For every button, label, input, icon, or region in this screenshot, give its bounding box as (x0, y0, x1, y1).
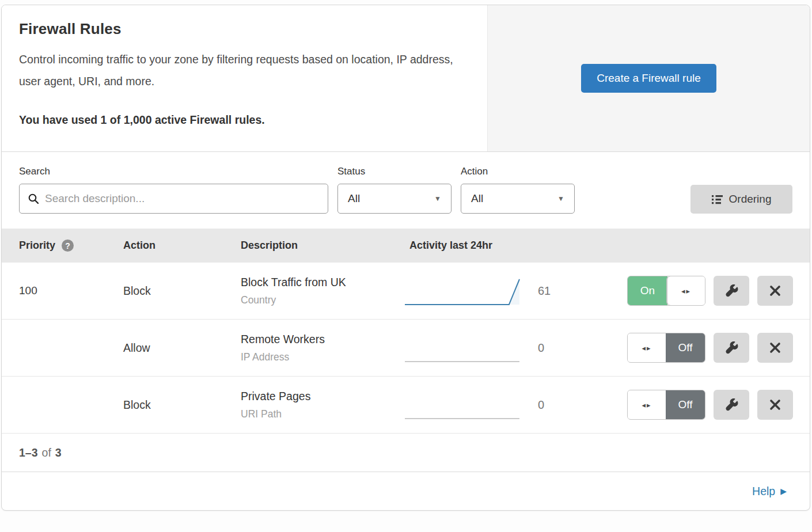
column-header-description: Description (241, 240, 404, 252)
activity-sparkline (404, 333, 525, 363)
rule-description: Block Traffic from UK Country (241, 276, 404, 306)
toggle-drag-icon: ◂▸ (667, 276, 705, 305)
footer-bar: Help ▶ (2, 472, 810, 510)
column-header-activity: Activity last 24hr (404, 240, 525, 252)
activity-count: 61 (525, 284, 627, 298)
pagination-total: 3 (55, 446, 62, 459)
rule-action: Block (123, 284, 241, 298)
header-action-panel: Create a Firewall rule (487, 5, 810, 151)
delete-rule-button[interactable] (757, 390, 793, 420)
delete-rule-button[interactable] (757, 276, 793, 306)
help-link[interactable]: Help ▶ (752, 485, 787, 498)
rule-controls: On ◂▸ (627, 276, 810, 306)
rule-title: Block Traffic from UK (241, 276, 404, 289)
column-header-priority: Priority ? (2, 240, 123, 252)
page-description: Control incoming traffic to your zone by… (19, 48, 462, 92)
rule-title: Private Pages (241, 390, 404, 403)
action-select[interactable]: All ▼ (461, 184, 575, 214)
action-label: Action (461, 166, 575, 177)
search-filter-group: Search (19, 166, 328, 214)
header-text-panel: Firewall Rules Control incoming traffic … (2, 5, 487, 151)
rule-type: Country (241, 294, 404, 306)
wrench-icon (725, 341, 738, 355)
rule-controls: ◂▸ Off (627, 390, 810, 420)
toggle-state-label: On (628, 276, 667, 305)
header-section: Firewall Rules Control incoming traffic … (2, 5, 810, 152)
page-title: Firewall Rules (19, 20, 464, 38)
help-arrow-icon: ▶ (780, 487, 787, 496)
activity-sparkline (404, 390, 525, 420)
rule-action: Block (123, 398, 241, 412)
priority-header-label: Priority (19, 240, 55, 252)
edit-rule-button[interactable] (714, 390, 749, 420)
rule-type: URI Path (241, 408, 404, 420)
search-input[interactable] (45, 192, 320, 205)
toggle-drag-icon: ◂▸ (628, 333, 666, 362)
activity-sparkline (404, 276, 525, 306)
search-label: Search (19, 166, 328, 177)
activity-count: 0 (525, 398, 627, 412)
rule-enabled-toggle[interactable]: ◂▸ Off (627, 333, 705, 363)
search-box (19, 184, 328, 214)
ordering-list-icon (712, 194, 723, 205)
toggle-state-label: Off (666, 390, 705, 419)
ordering-button[interactable]: Ordering (690, 185, 792, 214)
action-select-value: All (471, 192, 483, 205)
close-icon (769, 398, 781, 411)
edit-rule-button[interactable] (714, 276, 749, 306)
chevron-down-icon: ▼ (434, 195, 441, 203)
activity-count: 0 (525, 341, 627, 355)
rule-priority: 100 (2, 284, 123, 297)
rule-action: Allow (123, 341, 241, 355)
chevron-down-icon: ▼ (557, 195, 564, 203)
ordering-button-label: Ordering (729, 193, 772, 206)
pagination-range: 1–3 (19, 446, 38, 459)
close-icon (769, 341, 781, 354)
wrench-icon (725, 398, 738, 412)
status-select-value: All (348, 192, 360, 205)
rule-title: Remote Workers (241, 333, 404, 346)
status-label: Status (337, 166, 451, 177)
edit-rule-button[interactable] (714, 333, 749, 363)
help-question-icon[interactable]: ? (62, 240, 74, 252)
delete-rule-button[interactable] (757, 333, 793, 363)
pagination-bar: 1–3 of 3 (2, 434, 810, 472)
filters-bar: Search Status All ▼ Action All ▼ (2, 152, 810, 229)
wrench-icon (725, 284, 738, 298)
column-header-action: Action (123, 240, 241, 252)
pagination-of-label: of (42, 446, 51, 459)
firewall-rules-card: Firewall Rules Control incoming traffic … (1, 5, 810, 511)
close-icon (769, 284, 781, 297)
table-row: Block Private Pages URI Path 0 ◂▸ Off (2, 377, 810, 434)
create-firewall-rule-button[interactable]: Create a Firewall rule (581, 64, 716, 93)
usage-note: You have used 1 of 1,000 active Firewall… (19, 113, 464, 127)
action-filter-group: Action All ▼ (461, 166, 575, 214)
status-filter-group: Status All ▼ (337, 166, 451, 214)
rule-description: Remote Workers IP Address (241, 333, 404, 363)
toggle-state-label: Off (666, 333, 705, 362)
table-row: 100 Block Block Traffic from UK Country … (2, 263, 810, 320)
rule-controls: ◂▸ Off (627, 333, 810, 363)
table-header: Priority ? Action Description Activity l… (2, 229, 810, 263)
rule-type: IP Address (241, 351, 404, 363)
status-select[interactable]: All ▼ (337, 184, 451, 214)
toggle-drag-icon: ◂▸ (628, 390, 666, 419)
table-row: Allow Remote Workers IP Address 0 ◂▸ Off (2, 320, 810, 377)
rule-description: Private Pages URI Path (241, 390, 404, 420)
search-icon (28, 193, 39, 204)
rule-enabled-toggle[interactable]: ◂▸ Off (627, 390, 705, 420)
rule-enabled-toggle[interactable]: On ◂▸ (627, 276, 705, 306)
help-link-label: Help (752, 485, 775, 498)
